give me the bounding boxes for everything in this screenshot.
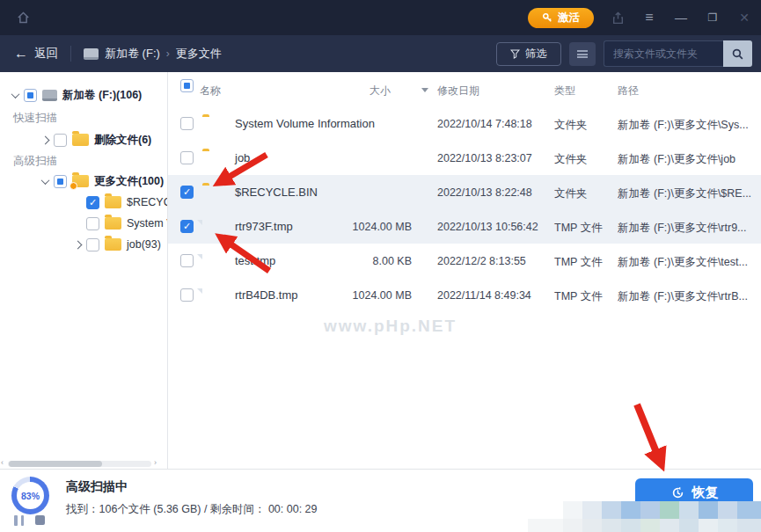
maximize-button[interactable]: ❐ [705,10,721,26]
cell-date: 2022/12/2 8:13:55 [437,255,526,267]
table-row[interactable]: rtrB4DB.tmp 1024.00 MB 2022/11/14 8:49:3… [168,278,761,312]
minimize-icon: — [675,11,687,24]
cell-path: 新加卷 (F:)\更多文件\rtr9... [618,221,757,236]
search-input[interactable] [604,40,723,67]
status-bar: 83% 高级扫描中 找到：106个文件 (5.36 GB) / 剩余时间： 00… [0,469,761,532]
recover-button[interactable]: 恢复 [635,478,753,506]
sort-caret-icon[interactable] [421,88,428,92]
cell-name: rtr973F.tmp [235,220,293,233]
select-all-checkbox[interactable] [180,79,194,92]
cell-path: 新加卷 (F:)\更多文件\Sys... [618,118,757,133]
drive-icon [42,90,57,101]
scan-status-title: 高级扫描中 [66,479,128,495]
header-name[interactable]: 名称 [200,84,221,98]
table-row[interactable]: $RECYCLE.BIN 2022/10/13 8:22:48 文件夹 新加卷 … [168,175,761,209]
scrollbar-handle[interactable] [9,461,102,467]
back-button[interactable]: ← 返回 [14,46,58,62]
header-size[interactable]: 大小 [370,84,391,98]
activate-button[interactable]: 激活 [528,8,594,28]
row-checkbox[interactable] [180,288,194,302]
scroll-left-icon[interactable]: ‹ [1,458,4,467]
tree-checkbox-drive[interactable] [24,89,37,102]
cell-type: TMP 文件 [554,221,603,236]
table-row[interactable]: rtr973F.tmp 1024.00 MB 2022/10/13 10:56:… [168,209,761,244]
cell-type: 文件夹 [554,118,588,133]
tree-item-drive[interactable]: 新加卷 (F:)(106) [12,85,142,105]
tree-checkbox-recycle[interactable] [86,196,99,209]
cell-size: 8.00 KB [300,255,412,267]
chevron-right-icon[interactable] [74,240,83,249]
breadcrumb-folder[interactable]: 更多文件 [176,46,222,62]
section-quick-scan: 快速扫描 [13,111,57,126]
tree-label: 删除文件(6) [94,133,151,148]
cell-date: 2022/10/13 8:23:07 [437,152,532,164]
tree-item-deleted-files[interactable]: 删除文件(6) [42,130,151,149]
row-checkbox[interactable] [180,151,194,164]
tree-checkbox-more-files[interactable] [54,175,67,188]
menu-button[interactable]: ≡ [641,10,657,26]
table-row[interactable]: test.tmp 8.00 KB 2022/12/2 8:13:55 TMP 文… [168,244,761,278]
home-button[interactable] [12,7,33,28]
chevron-down-icon[interactable] [41,176,50,185]
header-date[interactable]: 修改日期 [437,84,479,98]
table-row[interactable]: job 2022/10/13 8:23:07 文件夹 新加卷 (F:)\更多文件… [168,141,761,175]
folder-badge-icon [72,175,89,187]
maximize-icon: ❐ [708,12,718,23]
row-checkbox[interactable] [180,254,194,267]
tree-item-job[interactable]: job(93) [75,235,161,254]
breadcrumb-separator: › [166,47,170,60]
breadcrumb-drive[interactable]: 新加卷 (F:) [105,46,160,62]
tree-checkbox-system-volume[interactable] [86,217,99,230]
cell-path: 新加卷 (F:)\更多文件\$RE... [618,186,757,201]
folder-icon [72,134,89,146]
row-checkbox[interactable] [180,186,194,199]
tree-label: job(93) [127,238,161,251]
cell-name: System Volume Information [235,117,375,130]
row-checkbox[interactable] [180,220,194,233]
navigation-toolbar: ← 返回 新加卷 (F:) › 更多文件 筛选 [0,35,761,72]
header-path[interactable]: 路径 [618,84,639,98]
header-type[interactable]: 类型 [554,84,575,98]
scroll-right-icon[interactable]: › [154,458,157,467]
stop-button[interactable] [35,515,45,525]
chevron-down-icon[interactable] [11,90,20,98]
tree-checkbox-deleted[interactable] [54,134,67,147]
view-toggle-button[interactable] [569,42,596,66]
share-icon [611,11,625,25]
cell-type: 文件夹 [554,152,588,167]
cell-type: TMP 文件 [554,255,603,270]
minimize-button[interactable]: — [673,10,689,26]
progress-percent: 83% [21,491,40,501]
recover-label: 恢复 [692,485,719,501]
tree-item-more-files[interactable]: 更多文件(100) [42,171,164,191]
activate-label: 激活 [558,11,580,26]
close-icon: ✕ [739,11,750,24]
cell-name: job [235,151,250,164]
content-area: 新加卷 (F:)(106) 快速扫描 删除文件(6) 高级扫描 更多文件(100… [0,72,761,469]
row-checkbox[interactable] [180,117,194,130]
folder-icon [105,196,121,208]
chevron-right-icon[interactable] [41,135,50,144]
funnel-icon [510,49,520,59]
tree-checkbox-job[interactable] [86,238,99,251]
cell-type: 文件夹 [554,186,588,201]
cell-date: 2022/10/13 10:56:42 [437,221,538,233]
share-button[interactable] [610,10,626,26]
cell-type: TMP 文件 [554,289,603,304]
cell-date: 2022/10/13 8:22:48 [437,186,532,199]
section-advanced-scan: 高级扫描 [13,154,57,169]
cell-name: rtrB4DB.tmp [235,288,298,302]
cell-path: 新加卷 (F:)\更多文件\test... [618,255,757,270]
sidebar-horizontal-scrollbar[interactable]: ‹ › [0,459,167,469]
key-icon [542,12,552,23]
drive-icon [84,48,99,60]
filter-button[interactable]: 筛选 [496,42,561,66]
search-button[interactable] [723,40,752,67]
pause-button[interactable] [14,515,25,526]
table-row[interactable]: System Volume Information 2022/10/14 7:4… [168,106,761,141]
home-icon [16,11,31,25]
close-button[interactable]: ✕ [736,10,752,26]
back-arrow-icon: ← [14,47,28,61]
cell-size: 1024.00 MB [300,221,412,233]
cell-name: test.tmp [235,254,275,267]
